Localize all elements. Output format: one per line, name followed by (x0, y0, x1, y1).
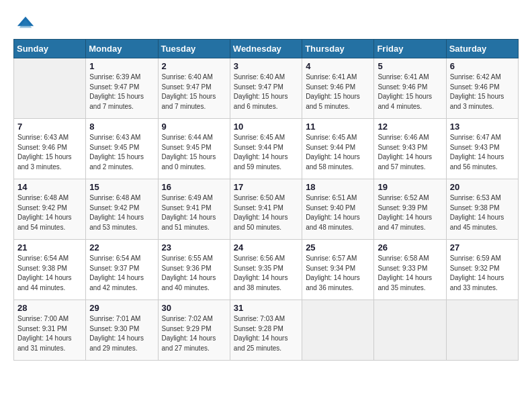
header-saturday: Saturday (446, 40, 518, 58)
calendar-cell: 27Sunrise: 6:59 AMSunset: 9:32 PMDayligh… (446, 240, 518, 300)
calendar-week-1: 7Sunrise: 6:43 AMSunset: 9:46 PMDaylight… (14, 119, 519, 179)
day-info: Sunrise: 6:48 AMSunset: 9:42 PMDaylight:… (89, 193, 154, 232)
day-number: 27 (450, 242, 515, 253)
calendar-week-4: 28Sunrise: 7:00 AMSunset: 9:31 PMDayligh… (14, 300, 519, 361)
day-number: 23 (162, 242, 226, 253)
day-info: Sunrise: 6:57 AMSunset: 9:34 PMDaylight:… (306, 254, 370, 293)
day-info: Sunrise: 7:01 AMSunset: 9:30 PMDaylight:… (89, 314, 154, 353)
day-info: Sunrise: 6:47 AMSunset: 9:43 PMDaylight:… (450, 133, 515, 172)
calendar-cell: 21Sunrise: 6:54 AMSunset: 9:38 PMDayligh… (14, 240, 86, 300)
calendar-week-2: 14Sunrise: 6:48 AMSunset: 9:42 PMDayligh… (14, 179, 519, 240)
day-info: Sunrise: 6:49 AMSunset: 9:41 PMDaylight:… (162, 193, 226, 232)
day-number: 15 (89, 182, 154, 192)
page-header (13, 13, 519, 32)
calendar-cell: 22Sunrise: 6:54 AMSunset: 9:37 PMDayligh… (86, 240, 158, 300)
header-sunday: Sunday (14, 40, 86, 58)
calendar-cell: 4Sunrise: 6:41 AMSunset: 9:46 PMDaylight… (302, 58, 374, 119)
day-info: Sunrise: 6:52 AMSunset: 9:39 PMDaylight:… (378, 193, 442, 232)
calendar-cell (446, 300, 518, 361)
day-info: Sunrise: 6:58 AMSunset: 9:33 PMDaylight:… (378, 254, 442, 293)
calendar-cell: 12Sunrise: 6:46 AMSunset: 9:43 PMDayligh… (374, 119, 446, 179)
day-info: Sunrise: 7:02 AMSunset: 9:29 PMDaylight:… (162, 314, 226, 353)
day-info: Sunrise: 6:45 AMSunset: 9:44 PMDaylight:… (306, 133, 370, 172)
day-info: Sunrise: 6:51 AMSunset: 9:40 PMDaylight:… (306, 193, 370, 232)
day-info: Sunrise: 6:53 AMSunset: 9:38 PMDaylight:… (450, 193, 515, 232)
calendar-cell (374, 300, 446, 361)
logo-icon (16, 13, 35, 32)
header-tuesday: Tuesday (158, 40, 230, 58)
day-number: 10 (234, 122, 298, 132)
day-number: 31 (234, 303, 298, 313)
day-number: 17 (234, 182, 298, 192)
calendar-cell: 29Sunrise: 7:01 AMSunset: 9:30 PMDayligh… (86, 300, 158, 361)
day-info: Sunrise: 6:39 AMSunset: 9:47 PMDaylight:… (89, 73, 154, 111)
calendar-cell: 15Sunrise: 6:48 AMSunset: 9:42 PMDayligh… (86, 179, 158, 240)
day-number: 30 (162, 303, 226, 313)
day-info: Sunrise: 6:46 AMSunset: 9:43 PMDaylight:… (378, 133, 442, 172)
day-info: Sunrise: 6:41 AMSunset: 9:46 PMDaylight:… (306, 73, 370, 111)
calendar-week-3: 21Sunrise: 6:54 AMSunset: 9:38 PMDayligh… (14, 240, 519, 300)
day-info: Sunrise: 6:45 AMSunset: 9:44 PMDaylight:… (234, 133, 298, 172)
calendar-cell: 9Sunrise: 6:44 AMSunset: 9:45 PMDaylight… (158, 119, 230, 179)
day-number: 26 (378, 242, 442, 253)
calendar-cell: 5Sunrise: 6:41 AMSunset: 9:46 PMDaylight… (374, 58, 446, 119)
logo (13, 13, 35, 32)
calendar-cell (14, 58, 86, 119)
day-number: 11 (306, 122, 370, 132)
header-monday: Monday (86, 40, 158, 58)
calendar-header-row: SundayMondayTuesdayWednesdayThursdayFrid… (14, 40, 519, 58)
calendar-cell: 11Sunrise: 6:45 AMSunset: 9:44 PMDayligh… (302, 119, 374, 179)
calendar-cell: 7Sunrise: 6:43 AMSunset: 9:46 PMDaylight… (14, 119, 86, 179)
day-number: 19 (378, 182, 442, 192)
calendar-cell: 18Sunrise: 6:51 AMSunset: 9:40 PMDayligh… (302, 179, 374, 240)
day-number: 14 (17, 182, 82, 192)
day-info: Sunrise: 6:41 AMSunset: 9:46 PMDaylight:… (378, 73, 442, 111)
header-friday: Friday (374, 40, 446, 58)
calendar-cell: 6Sunrise: 6:42 AMSunset: 9:46 PMDaylight… (446, 58, 518, 119)
day-number: 12 (378, 122, 442, 132)
calendar-cell: 10Sunrise: 6:45 AMSunset: 9:44 PMDayligh… (230, 119, 302, 179)
day-number: 22 (89, 242, 154, 253)
calendar-cell: 20Sunrise: 6:53 AMSunset: 9:38 PMDayligh… (446, 179, 518, 240)
day-number: 29 (89, 303, 154, 313)
day-info: Sunrise: 6:40 AMSunset: 9:47 PMDaylight:… (162, 73, 226, 111)
day-info: Sunrise: 6:55 AMSunset: 9:36 PMDaylight:… (162, 254, 226, 293)
day-info: Sunrise: 6:43 AMSunset: 9:45 PMDaylight:… (89, 133, 154, 172)
day-info: Sunrise: 6:50 AMSunset: 9:41 PMDaylight:… (234, 193, 298, 232)
day-number: 3 (234, 61, 298, 71)
calendar-cell: 17Sunrise: 6:50 AMSunset: 9:41 PMDayligh… (230, 179, 302, 240)
calendar-cell: 1Sunrise: 6:39 AMSunset: 9:47 PMDaylight… (86, 58, 158, 119)
calendar-cell: 3Sunrise: 6:40 AMSunset: 9:47 PMDaylight… (230, 58, 302, 119)
day-info: Sunrise: 6:48 AMSunset: 9:42 PMDaylight:… (17, 193, 82, 232)
day-number: 4 (306, 61, 370, 71)
calendar-cell: 8Sunrise: 6:43 AMSunset: 9:45 PMDaylight… (86, 119, 158, 179)
calendar-table: SundayMondayTuesdayWednesdayThursdayFrid… (13, 39, 519, 361)
day-number: 24 (234, 242, 298, 253)
calendar-cell: 14Sunrise: 6:48 AMSunset: 9:42 PMDayligh… (14, 179, 86, 240)
calendar-cell (302, 300, 374, 361)
day-number: 2 (162, 61, 226, 71)
day-number: 6 (450, 61, 515, 71)
calendar-cell: 2Sunrise: 6:40 AMSunset: 9:47 PMDaylight… (158, 58, 230, 119)
calendar-cell: 26Sunrise: 6:58 AMSunset: 9:33 PMDayligh… (374, 240, 446, 300)
calendar-cell: 25Sunrise: 6:57 AMSunset: 9:34 PMDayligh… (302, 240, 374, 300)
day-info: Sunrise: 7:03 AMSunset: 9:28 PMDaylight:… (234, 314, 298, 353)
day-number: 5 (378, 61, 442, 71)
day-info: Sunrise: 6:42 AMSunset: 9:46 PMDaylight:… (450, 73, 515, 111)
day-number: 20 (450, 182, 515, 192)
day-number: 16 (162, 182, 226, 192)
day-info: Sunrise: 7:00 AMSunset: 9:31 PMDaylight:… (17, 314, 82, 353)
day-number: 21 (17, 242, 82, 253)
day-number: 25 (306, 242, 370, 253)
calendar-cell: 24Sunrise: 6:56 AMSunset: 9:35 PMDayligh… (230, 240, 302, 300)
day-info: Sunrise: 6:54 AMSunset: 9:38 PMDaylight:… (17, 254, 82, 293)
day-info: Sunrise: 6:56 AMSunset: 9:35 PMDaylight:… (234, 254, 298, 293)
header-wednesday: Wednesday (230, 40, 302, 58)
calendar-cell: 23Sunrise: 6:55 AMSunset: 9:36 PMDayligh… (158, 240, 230, 300)
calendar-cell: 13Sunrise: 6:47 AMSunset: 9:43 PMDayligh… (446, 119, 518, 179)
calendar-week-0: 1Sunrise: 6:39 AMSunset: 9:47 PMDaylight… (14, 58, 519, 119)
calendar-cell: 30Sunrise: 7:02 AMSunset: 9:29 PMDayligh… (158, 300, 230, 361)
day-number: 8 (89, 122, 154, 132)
day-info: Sunrise: 6:44 AMSunset: 9:45 PMDaylight:… (162, 133, 226, 172)
day-info: Sunrise: 6:54 AMSunset: 9:37 PMDaylight:… (89, 254, 154, 293)
